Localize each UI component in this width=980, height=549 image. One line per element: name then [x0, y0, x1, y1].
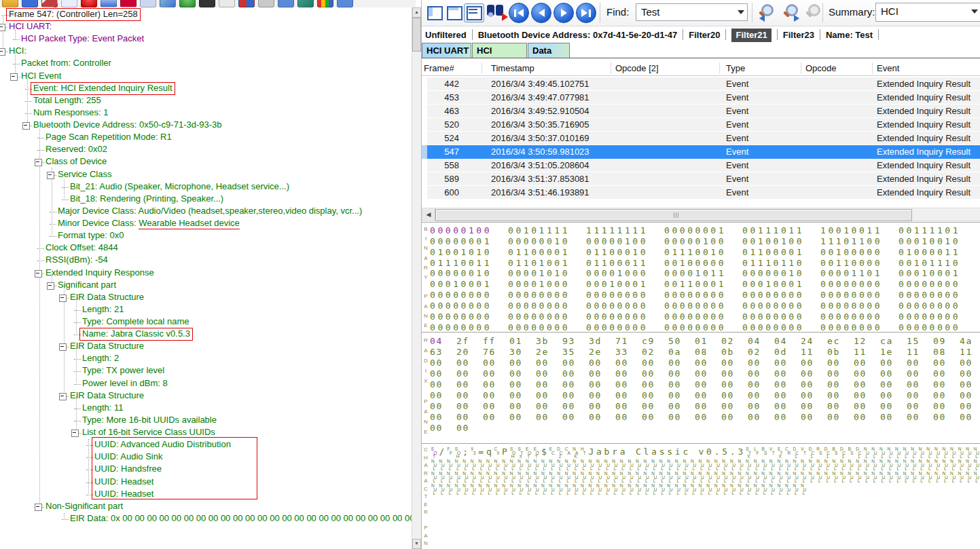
decode-scrollbar[interactable]: ▲ ▼	[412, 7, 421, 549]
hex-byte[interactable]: 11	[907, 347, 933, 357]
hex-byte[interactable]: 00	[933, 379, 960, 390]
hex-byte[interactable]: 00	[536, 368, 562, 379]
hex-byte[interactable]: 12	[854, 336, 880, 346]
binary-octet[interactable]: 00000000	[430, 322, 508, 333]
hex-byte[interactable]: 00	[880, 358, 907, 368]
hex-byte[interactable]: 00	[880, 379, 907, 390]
tree-item[interactable]: HCI Event	[0, 71, 410, 83]
binary-octet[interactable]: 00010001	[586, 279, 664, 289]
search-next-button[interactable]	[780, 4, 802, 22]
binary-octet[interactable]: 00000000	[586, 322, 664, 333]
hex-byte[interactable]: c9	[642, 336, 668, 346]
last-frame-button[interactable]	[576, 3, 596, 23]
hex-byte[interactable]: 00	[748, 368, 774, 379]
binary-octet[interactable]: 00100100	[742, 236, 820, 246]
binary-octet[interactable]: 00000000	[664, 301, 742, 311]
hex-byte[interactable]: 3d	[589, 336, 615, 346]
tree-item[interactable]: Total Length: 255	[0, 95, 410, 107]
scroll-up-icon[interactable]: ▲	[412, 7, 421, 18]
tree-item[interactable]: Length: 21	[0, 304, 410, 316]
hex-byte[interactable]: 00	[456, 379, 483, 390]
hex-byte[interactable]: 00	[960, 368, 980, 379]
hex-byte[interactable]: 00	[801, 401, 827, 411]
hex-byte[interactable]: 11	[854, 347, 880, 357]
binary-octet[interactable]: 00111101	[899, 225, 977, 235]
refresh-green-icon[interactable]	[179, 0, 196, 7]
event-display-icon[interactable]	[278, 0, 294, 7]
hex-byte[interactable]: 00	[589, 358, 615, 368]
hex-byte[interactable]: 04	[748, 336, 774, 346]
tree-expander[interactable]	[0, 48, 5, 56]
hex-byte[interactable]: 00	[748, 401, 774, 411]
next-frame-button[interactable]	[553, 3, 574, 23]
tree-item[interactable]: EIR Data Structure	[0, 341, 410, 353]
hex-byte[interactable]: 00	[430, 412, 456, 422]
hex-byte[interactable]: 00	[536, 401, 562, 411]
hex-byte[interactable]: 00	[721, 358, 748, 368]
hex-byte[interactable]: 00	[827, 412, 854, 422]
tree-item[interactable]: Bluetooth Device Address: 0x50-c9-71-3d-…	[0, 119, 410, 132]
binary-octet[interactable]: 00000000	[586, 290, 664, 300]
hex-byte[interactable]: 00	[668, 390, 695, 400]
hex-byte[interactable]: 00	[801, 390, 827, 400]
char-cell[interactable]: r	[611, 447, 619, 457]
find-input[interactable]: Test	[636, 3, 748, 21]
hex-byte[interactable]: 00	[854, 390, 880, 400]
hex-byte[interactable]: 00	[430, 379, 456, 390]
hex-byte[interactable]: 0b	[827, 347, 854, 357]
hex-byte[interactable]: 00	[907, 412, 933, 422]
hex-byte[interactable]: 00	[668, 401, 695, 411]
column-header-type[interactable]: Type	[726, 63, 745, 73]
binary-octet[interactable]: 00010001	[430, 279, 508, 289]
binary-octet[interactable]: 01001010	[430, 247, 508, 257]
binary-octet[interactable]: 00001011	[664, 268, 742, 278]
hex-byte[interactable]: 00	[801, 379, 827, 390]
char-cell[interactable]: a	[619, 447, 627, 457]
tree-item[interactable]: HCI Packet Type: Event Packet	[0, 33, 410, 45]
hex-byte[interactable]: 00	[509, 358, 536, 368]
tree-item[interactable]: Major Device Class: Audio/Video (headset…	[0, 206, 410, 218]
hex-byte[interactable]: 15	[907, 336, 933, 346]
view-list-layout-button[interactable]	[464, 3, 484, 22]
summary-select[interactable]: HCI	[875, 3, 980, 22]
binary-octet[interactable]: 00000000	[820, 279, 899, 289]
control-char-cell[interactable]: EOT	[532, 447, 541, 459]
hex-byte[interactable]: 00	[483, 412, 509, 422]
tree-item[interactable]: Bit_21: Audio (Speaker, Microphone, Head…	[0, 181, 410, 193]
hex-byte[interactable]: 00	[695, 390, 721, 400]
binary-octet[interactable]: 11111111	[586, 225, 664, 235]
hex-byte[interactable]: 2f	[456, 336, 483, 346]
tree-item[interactable]: Packet from: Controller	[0, 58, 410, 70]
tree-item[interactable]: Page Scan Repetition Mode: R1	[0, 132, 410, 144]
hex-byte[interactable]: ca	[880, 336, 907, 346]
table-row[interactable]: 5242016/3/4 3:50:37.010169EventExtended …	[427, 132, 980, 145]
hex-byte[interactable]: 00	[854, 412, 880, 422]
hex-byte[interactable]: 00	[430, 423, 456, 433]
column-header-event[interactable]: Event	[877, 63, 899, 73]
tree-item[interactable]: Length: 11	[0, 402, 410, 415]
hex-byte[interactable]: 00	[509, 401, 536, 411]
binary-octet[interactable]: 00000010	[430, 268, 508, 278]
hex-byte[interactable]: 11	[960, 347, 980, 357]
hex-byte[interactable]: 00	[827, 390, 854, 400]
hex-byte[interactable]: 24	[801, 336, 827, 346]
hex-byte[interactable]: 00	[774, 401, 801, 411]
page-blank-icon[interactable]	[219, 0, 235, 7]
hex-byte[interactable]: 93	[562, 336, 589, 346]
table-row[interactable]: 5472016/3/4 3:50:59.981023EventExtended …	[427, 145, 980, 159]
tree-item[interactable]: EIR Data Structure	[0, 390, 410, 402]
tree-item[interactable]: Non-Significant part	[0, 501, 410, 513]
hex-byte[interactable]: 00	[907, 358, 933, 368]
hex-byte[interactable]: 04	[774, 336, 801, 346]
hex-byte[interactable]: 00	[642, 412, 668, 422]
table-row[interactable]: 4422016/3/4 3:49:45.102751EventExtended …	[427, 77, 980, 90]
binary-octet[interactable]: 00000000	[742, 290, 820, 300]
statistics-chart-icon[interactable]	[199, 0, 215, 7]
hex-byte[interactable]: 00	[960, 412, 980, 422]
hex-byte[interactable]: 0b	[721, 347, 748, 357]
pin-flag-icon[interactable]	[120, 0, 137, 7]
tree-expander[interactable]	[0, 24, 5, 31]
hex-byte[interactable]: 00	[960, 390, 980, 400]
packet-timeline-icon[interactable]	[337, 0, 353, 7]
hex-byte[interactable]: 00	[668, 412, 695, 422]
